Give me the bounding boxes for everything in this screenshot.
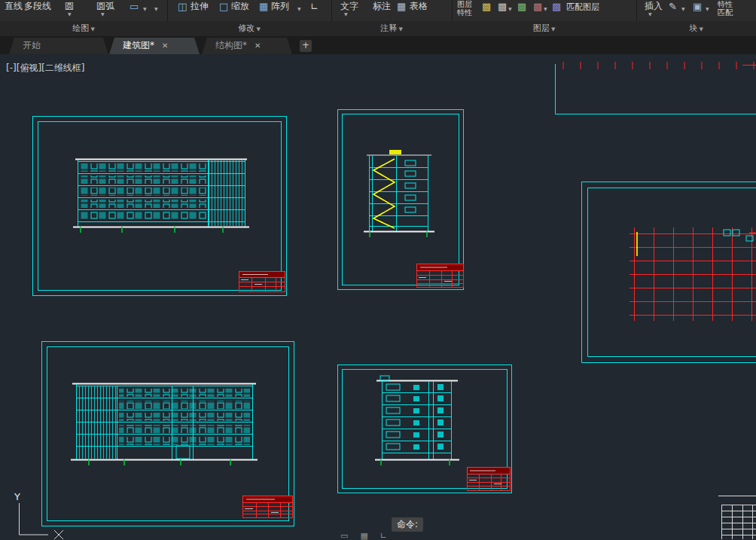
tab-label: 开始 xyxy=(23,40,41,50)
array-dropdown-icon[interactable] xyxy=(297,6,303,12)
match-properties-button[interactable]: 特性匹配 xyxy=(715,0,735,17)
drawing-frame-right[interactable] xyxy=(582,182,756,363)
building-section-stairs[interactable] xyxy=(364,150,434,237)
panel-label-modify[interactable]: 修改 xyxy=(167,21,331,36)
structural-grid-plan[interactable] xyxy=(629,227,756,321)
layer-lock-icon[interactable]: ▩ xyxy=(517,2,526,11)
partial-title-table-bottom-right[interactable] xyxy=(718,496,756,540)
drawing-frame-top-right[interactable] xyxy=(556,64,756,114)
line-button[interactable]: 直线 xyxy=(5,0,23,13)
close-tab-icon[interactable]: ✕ xyxy=(162,41,168,50)
fillet-icon[interactable]: ∟ xyxy=(310,2,319,11)
new-tab-button[interactable]: + xyxy=(300,40,312,52)
building-elevation-side[interactable] xyxy=(375,376,459,465)
close-tab-icon[interactable]: ✕ xyxy=(255,41,261,50)
file-tab-start[interactable]: 开始 xyxy=(9,38,108,54)
rectangle-dropdown-icon[interactable] xyxy=(143,6,149,12)
tab-label: 结构图* xyxy=(215,40,247,50)
scale-icon[interactable]: □ xyxy=(219,2,228,11)
attributes-dropdown-icon[interactable] xyxy=(706,6,712,12)
title-block-2[interactable] xyxy=(417,264,464,288)
drawing-frame-top-middle[interactable] xyxy=(338,110,464,290)
title-block-1[interactable] xyxy=(239,272,285,292)
file-tab-structure[interactable]: 结构图*✕ xyxy=(202,38,292,54)
edit-block-icon[interactable]: ✎ xyxy=(669,2,677,11)
layer-off-icon[interactable]: ▩ xyxy=(533,2,542,11)
title-block-3[interactable] xyxy=(243,496,293,518)
ribbon-panel-labels: 绘图 修改 注释 图层 块 xyxy=(0,21,756,36)
table-icon[interactable]: ▦ xyxy=(397,2,406,11)
drawing-area[interactable]: [-][俯视][二维线框] xyxy=(0,54,756,540)
scale-button[interactable]: 缩放 xyxy=(231,0,249,13)
text-dropdown-icon[interactable] xyxy=(344,11,350,17)
layer-on-icon[interactable]: ▩ xyxy=(482,2,491,11)
building-elevation-front[interactable] xyxy=(73,160,249,233)
ribbon: 直线 多段线 圆 圆弧 ▭ ◫ 拉伸 □ 缩放 ▦ 阵列 ∟ 文字 标注 ▦ 表 xyxy=(0,0,756,37)
tab-label: 建筑图* xyxy=(123,40,154,50)
status-icon-3[interactable]: ∟ xyxy=(380,531,387,540)
dimension-button[interactable]: 标注 xyxy=(373,0,391,13)
status-icon-1[interactable]: ▭ xyxy=(340,531,348,540)
array-icon[interactable]: ▦ xyxy=(259,2,268,11)
insert-dropdown-icon[interactable] xyxy=(648,11,654,17)
crosshair-cursor xyxy=(54,530,63,539)
rectangle-tool-icon[interactable]: ▭ xyxy=(130,2,139,11)
layer-freeze-icon[interactable]: ▩ xyxy=(498,2,507,11)
layer-dropdown-icon[interactable] xyxy=(508,6,514,12)
dimension-ticks-top[interactable] xyxy=(563,62,756,69)
ribbon-content: 直线 多段线 圆 圆弧 ▭ ◫ 拉伸 □ 缩放 ▦ 阵列 ∟ 文字 标注 ▦ 表 xyxy=(0,0,756,21)
svg-text:Y: Y xyxy=(14,491,20,502)
draw-more-dropdown-icon[interactable] xyxy=(154,6,160,12)
title-block-4[interactable] xyxy=(468,468,511,491)
status-bar-icons: ▭ ▦ ∟ xyxy=(340,531,387,540)
circle-dropdown-icon[interactable] xyxy=(68,11,74,17)
layer-isolate-icon[interactable]: ▩ xyxy=(552,2,561,11)
file-tab-bar: 开始 建筑图*✕ 结构图*✕ + xyxy=(0,36,756,54)
stretch-button[interactable]: 拉伸 xyxy=(191,0,209,13)
table-button[interactable]: 表格 xyxy=(410,0,428,13)
panel-label-layers[interactable]: 图层 xyxy=(452,21,636,36)
panel-label-draw[interactable]: 绘图 xyxy=(0,21,167,36)
define-attributes-icon[interactable]: ▣ xyxy=(693,2,702,11)
building-elevation-rear[interactable] xyxy=(71,384,258,466)
stretch-icon[interactable]: ◫ xyxy=(178,2,187,11)
panel-label-annotate[interactable]: 注释 xyxy=(331,21,452,36)
ucs-icon: Y xyxy=(14,491,48,535)
status-icon-2[interactable]: ▦ xyxy=(360,531,367,540)
array-button[interactable]: 阵列 xyxy=(271,0,289,13)
polyline-button[interactable]: 多段线 xyxy=(24,0,51,13)
drawing-canvas[interactable]: Y xyxy=(0,54,756,540)
arc-dropdown-icon[interactable] xyxy=(101,11,107,17)
file-tab-architecture[interactable]: 建筑图*✕ xyxy=(109,38,200,54)
layer-properties-button[interactable]: 图层特性 xyxy=(455,0,474,17)
autocad-window: 直线 多段线 圆 圆弧 ▭ ◫ 拉伸 □ 缩放 ▦ 阵列 ∟ 文字 标注 ▦ 表 xyxy=(0,0,756,540)
panel-label-block[interactable]: 块 xyxy=(636,21,756,36)
edit-block-dropdown-icon[interactable] xyxy=(681,6,687,12)
command-line[interactable]: 命令: xyxy=(392,517,423,532)
match-layer-button[interactable]: 匹配图层 xyxy=(566,2,599,13)
layer-dropdown-icon-2[interactable] xyxy=(544,6,550,12)
